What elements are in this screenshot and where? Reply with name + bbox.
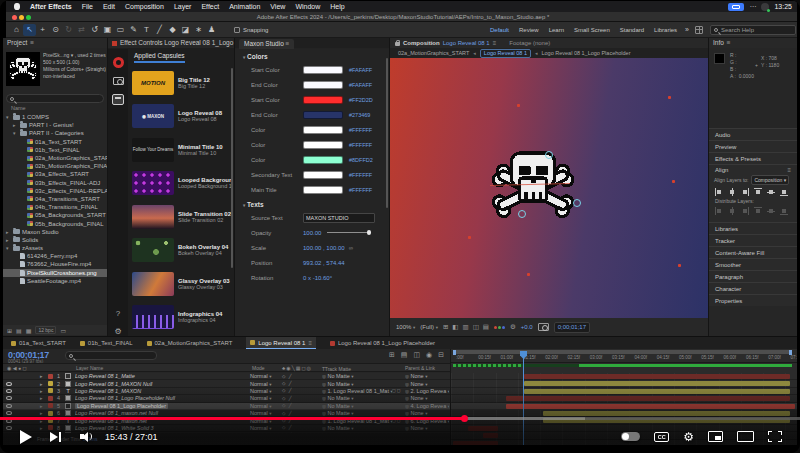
footage-tab[interactable]: Footage (none) [509, 40, 550, 46]
timeline-icon[interactable]: ▤ [401, 351, 408, 359]
label-color-chip[interactable] [48, 374, 53, 379]
breadcrumb-root[interactable]: 02a_MotionGraphics_START [398, 50, 469, 56]
align-cy-icon[interactable] [767, 188, 775, 196]
user-avatar[interactable] [761, 3, 769, 11]
channels-icon[interactable] [494, 326, 505, 329]
project-item-solids[interactable]: ▸Solids [3, 236, 107, 244]
lock-icon[interactable] [395, 42, 400, 46]
clone-stamp-tool-icon[interactable]: ◆ [166, 24, 179, 36]
captions-button[interactable]: CC [654, 432, 669, 442]
viewer-settings-icon[interactable]: ⚙ [510, 323, 516, 331]
viewer-icon[interactable]: ⊞ [443, 323, 448, 331]
layer-switches[interactable]: ◇ ╱ [282, 411, 308, 416]
align-l-icon[interactable] [715, 188, 723, 196]
colors-section-title[interactable]: Colors [247, 53, 268, 60]
camera-icon[interactable] [113, 77, 124, 85]
info-panel-title[interactable]: Info [713, 38, 724, 48]
timeline-icon[interactable]: ⊞ [389, 351, 395, 359]
timeline-tab-02a-motiongraphics-start[interactable]: 02a_MotionGraphics_START [147, 337, 233, 349]
applied-capsules-tab[interactable]: Applied Capsules [134, 52, 185, 63]
panel-menu-icon[interactable]: ≡ [286, 40, 290, 47]
panel-audio[interactable]: Audio [709, 128, 797, 140]
project-item-part-ii-categories[interactable]: ▾PART II - Categories [3, 129, 107, 137]
menu-view[interactable]: View [265, 1, 290, 12]
composition-tab[interactable]: Composition [403, 40, 440, 46]
align-panel-title[interactable]: Align [715, 167, 728, 173]
project-item-part-i-genius[interactable]: ▸PART I - Genius! [3, 121, 107, 129]
menu-layer[interactable]: Layer [169, 1, 197, 12]
matte-toggle-icons[interactable]: ◻◻ [392, 388, 401, 393]
align-b-icon[interactable] [780, 188, 788, 196]
expander-icon[interactable]: ▾ [13, 130, 18, 136]
workspace-learn[interactable]: Learn [544, 27, 569, 33]
project-search-input[interactable] [6, 94, 104, 103]
align-t-icon[interactable] [754, 188, 762, 196]
autoplay-toggle[interactable] [621, 432, 640, 441]
distribute-cy-icon[interactable] [767, 207, 775, 215]
parent-link-dropdown[interactable]: ◎ 4. Logo Revea ▾ [405, 403, 449, 409]
skull-crossbones-layer[interactable] [490, 144, 576, 230]
maxon-scrollbar[interactable] [386, 58, 388, 208]
rotation-value[interactable]: 0 x -10.60° [303, 275, 332, 281]
menu-window[interactable]: Window [290, 1, 325, 12]
parent-link-dropdown[interactable]: ◎ 2. Logo Revea ▾ [405, 388, 449, 394]
viewer-icon[interactable]: ◫ [473, 323, 479, 331]
mode-column[interactable]: Mode [252, 365, 265, 371]
opacity-value[interactable]: 100.00 [303, 230, 321, 236]
parent-link-dropdown[interactable]: ◎ None ▾ [405, 410, 449, 416]
source-text-input[interactable]: MAXON STUDIO [303, 213, 375, 223]
expander-icon[interactable]: ▸ [6, 237, 11, 243]
visibility-eye-icon[interactable] [6, 382, 12, 386]
breadcrumb-current[interactable]: Logo Reveal 08 1 [480, 49, 531, 58]
layer-row-5[interactable]: ▸5Logo Reveal 08 1_Logo PlaceholderNorma… [3, 403, 450, 410]
track-matte-dropdown[interactable]: ◎ No Matte ▾ [322, 403, 392, 409]
workspace-overflow-icon[interactable]: » [682, 26, 692, 33]
viewer-icon[interactable]: ▤ [483, 323, 489, 331]
project-item-pixelskullcrossbones-png[interactable]: PixelSkullCrossbones.png [3, 269, 107, 277]
settings-gear-icon[interactable]: ⚙ [683, 431, 694, 443]
project-item-05a-backgrounds-start[interactable]: 05a_Backgrounds_START [3, 211, 107, 219]
visibility-eye-icon[interactable] [6, 396, 12, 400]
play-button[interactable] [20, 430, 32, 444]
project-item-03a-effects-start[interactable]: 03a_Effects_START [3, 170, 107, 178]
maxon-logo-icon[interactable] [113, 57, 124, 68]
interpret-footage-icon[interactable]: ⊞ [7, 327, 12, 334]
blend-mode-dropdown[interactable]: Normal ▾ [250, 373, 280, 379]
timeline-icon[interactable]: ⊟ [438, 351, 444, 359]
timeline-icon[interactable]: ◫ [413, 351, 420, 359]
parent-link-dropdown[interactable]: ◎ None ▾ [405, 381, 449, 387]
orbit-camera-tool-icon[interactable]: ↻ [62, 24, 75, 36]
track-matte-dropdown[interactable]: ◎ No Matte ▾ [322, 410, 392, 416]
color-swatch[interactable] [303, 126, 343, 134]
layer-duration-bar[interactable] [506, 404, 795, 409]
new-composition-icon[interactable]: ▦ [26, 327, 32, 334]
control-center-icon[interactable]: ⋯ [749, 3, 756, 11]
maxon-studio-tab[interactable]: Maxon Studio [244, 40, 284, 47]
selection-handle[interactable] [573, 199, 581, 207]
project-item-zassets[interactable]: ▾zAssets [3, 244, 107, 252]
help-search-input[interactable]: Search Help [710, 25, 796, 35]
panel-content-aware-fill[interactable]: Content-Aware Fill [709, 246, 797, 258]
effect-controls-title[interactable]: Effect Controls Logo Reveal 08 1_Logo Pl… [120, 38, 234, 48]
project-item-04a-transitions-start[interactable]: 04a_Transitions_START [3, 195, 107, 203]
volume-icon[interactable] [80, 431, 94, 443]
layer-expander-icon[interactable]: ▸ [40, 410, 43, 416]
layer-duration-bar[interactable] [543, 411, 790, 416]
fullscreen-button[interactable] [768, 431, 782, 442]
capsule-big-title-12[interactable]: MOTIONBig Title 12Big Title 12 [132, 66, 231, 100]
layer-row-3[interactable]: ▸3TLogo Reveal 08 1_MAXONNormal ▾◇ ╱◎ 1.… [3, 388, 450, 395]
selection-handle[interactable] [545, 151, 553, 159]
workspace-review[interactable]: Review [514, 27, 544, 33]
link-icon[interactable]: ∞ [349, 245, 353, 251]
zoom-tool-icon[interactable]: ⊙ [49, 24, 62, 36]
panel-menu-icon[interactable]: ≡ [493, 40, 497, 46]
layer-switches[interactable]: ◇ ╱ [282, 396, 308, 401]
expander-icon[interactable]: ▾ [6, 114, 11, 120]
blend-mode-dropdown[interactable]: Normal ▾ [250, 410, 280, 416]
name-column-header[interactable]: Name [11, 105, 26, 111]
capsule-minimal-title-10[interactable]: Follow Your DreamsMinimal Title 10Minima… [132, 133, 231, 167]
capsules-scrollbar[interactable] [231, 68, 233, 268]
color-swatch[interactable] [303, 156, 343, 164]
blend-mode-dropdown[interactable]: Normal ▾ [250, 388, 280, 394]
menu-edit[interactable]: Edit [98, 1, 120, 12]
